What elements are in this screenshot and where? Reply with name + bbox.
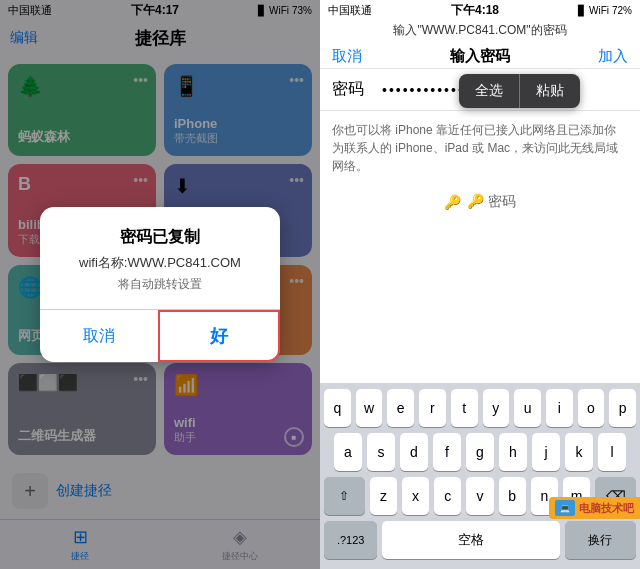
- dialog-title: 密码已复制: [56, 227, 264, 248]
- key-e[interactable]: e: [387, 389, 414, 427]
- key-icon: 🔑: [444, 194, 461, 210]
- key-z[interactable]: z: [370, 477, 397, 515]
- dialog-body: wifi名称:WWW.PC841.COM: [56, 254, 264, 272]
- dialog-cancel-button[interactable]: 取消: [40, 310, 158, 362]
- icons-right: ▊ WiFi 72%: [578, 5, 632, 16]
- paste-menu-item[interactable]: 粘贴: [520, 74, 580, 108]
- hint-text: 你也可以将 iPhone 靠近任何已接入此网络且已添加你为联系人的 iPhone…: [320, 111, 640, 185]
- key-p[interactable]: p: [609, 389, 636, 427]
- key-u[interactable]: u: [514, 389, 541, 427]
- keyboard-row-1: q w e r t y u i o p: [324, 389, 636, 427]
- watermark-icon: 💻: [555, 500, 575, 516]
- cancel-button[interactable]: 取消: [332, 47, 362, 66]
- carrier-right: 中国联通: [328, 3, 372, 18]
- keyboard-row-4: .?123 空格 换行: [324, 521, 636, 559]
- key-w[interactable]: w: [356, 389, 383, 427]
- left-panel: 中国联通 下午4:17 ▊ WiFi 73% 编辑 捷径库 🌲 蚂蚁森林 •••…: [0, 0, 320, 569]
- key-space[interactable]: 空格: [382, 521, 560, 559]
- password-icon-label: 🔑 密码: [467, 193, 516, 211]
- key-x[interactable]: x: [402, 477, 429, 515]
- keyboard-row-2: a s d f g h j k l: [324, 433, 636, 471]
- wifi-hint: 输入"WWW.PC841.COM"的密码: [320, 20, 640, 43]
- key-o[interactable]: o: [578, 389, 605, 427]
- key-g[interactable]: g: [466, 433, 494, 471]
- status-bar-right: 中国联通 下午4:18 ▊ WiFi 72%: [320, 0, 640, 20]
- key-b[interactable]: b: [499, 477, 526, 515]
- dialog-box: 密码已复制 wifi名称:WWW.PC841.COM 将自动跳转设置 取消 好: [40, 207, 280, 362]
- key-y[interactable]: y: [483, 389, 510, 427]
- signal-icon-right: ▊: [578, 5, 586, 16]
- dialog-overlay: 密码已复制 wifi名称:WWW.PC841.COM 将自动跳转设置 取消 好: [0, 0, 320, 569]
- key-k[interactable]: k: [565, 433, 593, 471]
- key-r[interactable]: r: [419, 389, 446, 427]
- key-shift[interactable]: ⇧: [324, 477, 365, 515]
- key-d[interactable]: d: [400, 433, 428, 471]
- context-menu: 全选 粘贴: [459, 74, 580, 108]
- password-label: 密码: [332, 79, 372, 100]
- join-button[interactable]: 加入: [598, 47, 628, 66]
- time-right: 下午4:18: [451, 2, 499, 19]
- key-a[interactable]: a: [334, 433, 362, 471]
- key-h[interactable]: h: [499, 433, 527, 471]
- right-nav: 取消 输入密码 加入: [320, 43, 640, 69]
- watermark: 💻 电脑技术吧: [549, 497, 640, 519]
- watermark-icon-text: 💻: [560, 504, 570, 513]
- select-all-menu-item[interactable]: 全选: [459, 74, 519, 108]
- key-c[interactable]: c: [434, 477, 461, 515]
- dialog-sub: 将自动跳转设置: [56, 276, 264, 293]
- watermark-text: 电脑技术吧: [579, 501, 634, 516]
- dialog-confirm-button[interactable]: 好: [158, 310, 280, 362]
- input-password-title: 输入密码: [450, 47, 510, 66]
- key-f[interactable]: f: [433, 433, 461, 471]
- wifi-icon-right: WiFi: [589, 5, 609, 16]
- key-q[interactable]: q: [324, 389, 351, 427]
- key-s[interactable]: s: [367, 433, 395, 471]
- key-t[interactable]: t: [451, 389, 478, 427]
- key-return[interactable]: 换行: [565, 521, 636, 559]
- battery-right: 72%: [612, 5, 632, 16]
- dialog-buttons: 取消 好: [40, 309, 280, 362]
- key-numeric[interactable]: .?123: [324, 521, 377, 559]
- key-i[interactable]: i: [546, 389, 573, 427]
- right-panel: 中国联通 下午4:18 ▊ WiFi 72% 输入"WWW.PC841.COM"…: [320, 0, 640, 569]
- keyboard: q w e r t y u i o p a s d f g h j k l ⇧ …: [320, 383, 640, 569]
- password-icon-row: 🔑 🔑 密码: [320, 185, 640, 219]
- key-v[interactable]: v: [466, 477, 493, 515]
- key-j[interactable]: j: [532, 433, 560, 471]
- key-l[interactable]: l: [598, 433, 626, 471]
